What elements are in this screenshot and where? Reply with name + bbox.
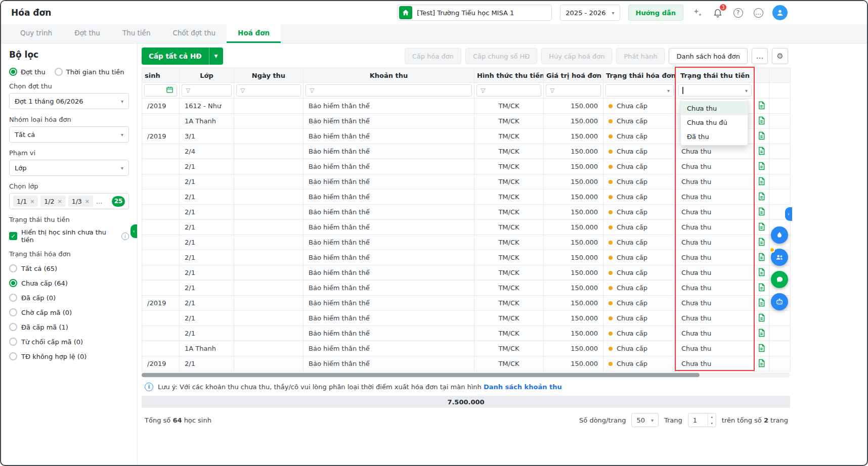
remove-chip-icon[interactable]: × [57, 198, 62, 205]
invoice-doc-icon[interactable] [754, 281, 769, 296]
invoice-doc-icon[interactable] [754, 190, 769, 205]
cancel-invoice-button[interactable]: Hủy cấp hoá đơn [541, 48, 612, 64]
invoice-doc-icon[interactable] [754, 99, 769, 114]
invoice-doc-icon[interactable] [754, 311, 769, 326]
cell-payment-status[interactable]: Chưa thu [676, 250, 754, 265]
invoice-status-option[interactable]: Chờ cấp mã (0) [9, 308, 129, 316]
tab-4[interactable]: Chốt đợt thu [161, 24, 227, 43]
sparkles-icon[interactable] [691, 7, 704, 19]
page-stepper[interactable]: ▴▾ [708, 413, 716, 427]
table-row[interactable]: 2/1Bảo hiểm thân thểTM/CK150.000Chưa cấp… [142, 265, 791, 281]
collection-period-select[interactable]: Đợt 1 tháng 06/2026 ▾ [9, 93, 129, 109]
invoice-value-filter-input[interactable] [558, 87, 597, 95]
cell-payment-status[interactable]: Chưa thu [676, 174, 754, 190]
table-row[interactable]: 2/1Bảo hiểm thân thểTM/CK150.000Chưa cấp… [142, 250, 791, 265]
tab-1[interactable]: Quy trình [9, 24, 63, 43]
class-multiselect[interactable]: 1/1×1/2×1/3× ... 25 [9, 193, 129, 209]
class-chip[interactable]: 1/3× [68, 196, 93, 207]
info-icon[interactable]: i [121, 232, 129, 240]
more-actions-button[interactable]: … [752, 48, 768, 64]
cell-payment-status[interactable]: Chưa thu [676, 159, 754, 174]
remove-chip-icon[interactable]: × [85, 198, 90, 205]
cell-payment-status[interactable]: Chưa thu [676, 144, 754, 159]
mode-option-dot-thu[interactable]: Đợt thu [9, 68, 46, 76]
table-row[interactable]: 2/1Bảo hiểm thân thểTM/CK150.000Chưa cấp… [142, 159, 791, 174]
cell-payment-status[interactable]: Chưa thu [676, 296, 754, 311]
table-row[interactable]: 2/1Bảo hiểm thân thểTM/CK150.000Chưa cấp… [142, 326, 791, 341]
invoice-status-option[interactable]: TĐ không hợp lệ (0) [9, 352, 129, 360]
invoice-doc-icon[interactable] [754, 296, 769, 311]
invoice-doc-icon[interactable] [754, 341, 769, 356]
tab-5[interactable]: Hoá đơn [227, 24, 281, 43]
fee-list-link[interactable]: Danh sách khoản thu [484, 383, 562, 391]
tab-3[interactable]: Thu tiền [111, 24, 162, 43]
cell-payment-status[interactable]: Chưa thu [676, 190, 754, 205]
assistant-robot-icon[interactable] [771, 293, 788, 310]
rows-per-page-select[interactable]: 50 ▾ [631, 413, 659, 427]
class-chip[interactable]: 1/1× [13, 196, 38, 207]
invoice-doc-icon[interactable] [754, 129, 769, 144]
cell-payment-status[interactable]: Chưa thu [676, 326, 754, 341]
cell-payment-status[interactable]: Chưa thu [676, 220, 754, 235]
payment-status-option[interactable]: Chưa thu đủ [681, 115, 748, 129]
invoice-status-option[interactable]: Chưa cấp (64) [9, 279, 129, 287]
table-row[interactable]: 2/1Bảo hiểm thân thểTM/CK150.000Chưa cấp… [142, 235, 791, 250]
issue-invoice-button[interactable]: Cấp hóa đơn [405, 48, 461, 64]
chat-bubble-icon[interactable] [771, 271, 788, 288]
cell-payment-status[interactable]: Chưa thu [676, 265, 754, 281]
invoice-doc-icon[interactable] [754, 174, 769, 190]
right-panel-toggle[interactable]: › [785, 207, 792, 221]
checkbox-checked-icon[interactable]: ✓ [9, 232, 17, 240]
more-options-icon[interactable]: … [752, 7, 764, 19]
issue-shared-number-button[interactable]: Cấp chung số HĐ [465, 48, 537, 64]
guide-button[interactable]: Hướng dẫn [628, 5, 684, 21]
birth-filter-input[interactable] [148, 87, 163, 95]
show-unpaid-checkbox-row[interactable]: ✓ Hiển thị học sinh chưa thu tiền i [9, 228, 129, 244]
invoice-doc-icon[interactable] [754, 356, 769, 371]
invoice-doc-icon[interactable] [754, 265, 769, 281]
tab-2[interactable]: Đợt thu [63, 24, 111, 43]
help-icon[interactable]: ? [732, 7, 744, 19]
support-drop-icon[interactable] [771, 226, 788, 244]
payment-status-option[interactable]: Chưa thu [681, 101, 748, 115]
invoice-doc-icon[interactable] [754, 220, 769, 235]
collect-date-filter-input[interactable] [248, 87, 297, 95]
issue-all-invoices-button[interactable]: Cấp tất cả HĐ ▼ [142, 48, 223, 65]
table-row[interactable]: 1A ThanhBảo hiểm thân thểTM/CK150.000Chư… [142, 341, 791, 356]
table-row[interactable]: 2/4Bảo hiểm thân thểTM/CK150.000Chưa cấp… [142, 144, 791, 159]
remove-chip-icon[interactable]: × [30, 198, 34, 205]
invoice-status-option[interactable]: Từ chối cấp mã (0) [9, 338, 129, 346]
cell-payment-status[interactable]: Chưa thu [676, 341, 754, 356]
payment-status-filter-select[interactable]: ▾ [678, 84, 752, 97]
invoice-list-button[interactable]: Danh sách hoá đơn [669, 48, 748, 64]
table-row[interactable]: /20192/1Bảo hiểm thân thểTM/CK150.000Chư… [142, 356, 791, 371]
chevron-down-icon[interactable]: ▼ [209, 48, 223, 65]
class-filter-input[interactable] [194, 87, 228, 95]
table-row[interactable]: 2/1Bảo hiểm thân thểTM/CK150.000Chưa cấp… [142, 281, 791, 296]
mode-option-thoi-gian[interactable]: Thời gian thu tiền [55, 68, 124, 76]
page-number-input[interactable]: 1 ▴▾ [688, 413, 716, 427]
payment-method-filter-input[interactable] [489, 87, 538, 95]
table-row[interactable]: 2/1Bảo hiểm thân thểTM/CK150.000Chưa cấp… [142, 220, 791, 235]
invoice-status-option[interactable]: Đã cấp mã (1) [9, 323, 129, 331]
invoice-doc-icon[interactable] [754, 235, 769, 250]
class-chip[interactable]: 1/2× [40, 196, 65, 207]
table-row[interactable]: /20192/1Bảo hiểm thân thểTM/CK150.000Chư… [142, 296, 791, 311]
invoice-status-filter-select[interactable]: ▾ [605, 84, 674, 97]
table-row[interactable]: 2/1Bảo hiểm thân thểTM/CK150.000Chưa cấp… [142, 311, 791, 326]
cell-payment-status[interactable]: Chưa thu [676, 356, 754, 371]
table-row[interactable]: 2/1Bảo hiểm thân thểTM/CK150.000Chưa cấp… [142, 190, 791, 205]
cell-payment-status[interactable]: Chưa thu [676, 311, 754, 326]
invoice-status-option[interactable]: Tất cả (65) [9, 264, 129, 272]
cell-payment-status[interactable]: Chưa thu [676, 205, 754, 220]
invoice-status-option[interactable]: Đã cấp (0) [9, 294, 129, 302]
calendar-icon[interactable] [166, 86, 173, 95]
school-selector[interactable]: [Test] Trường Tiểu học MISA 1 [397, 5, 552, 21]
cell-payment-status[interactable]: Chưa thu [676, 235, 754, 250]
fee-item-filter-input[interactable] [318, 87, 468, 95]
cell-payment-status[interactable]: Chưa thu [676, 281, 754, 296]
settings-gear-button[interactable]: ⚙ [772, 48, 788, 64]
invoice-type-select[interactable]: Tất cả ▾ [9, 126, 129, 143]
community-people-icon[interactable] [771, 249, 788, 266]
notifications-bell-icon[interactable]: 3 [712, 7, 724, 19]
